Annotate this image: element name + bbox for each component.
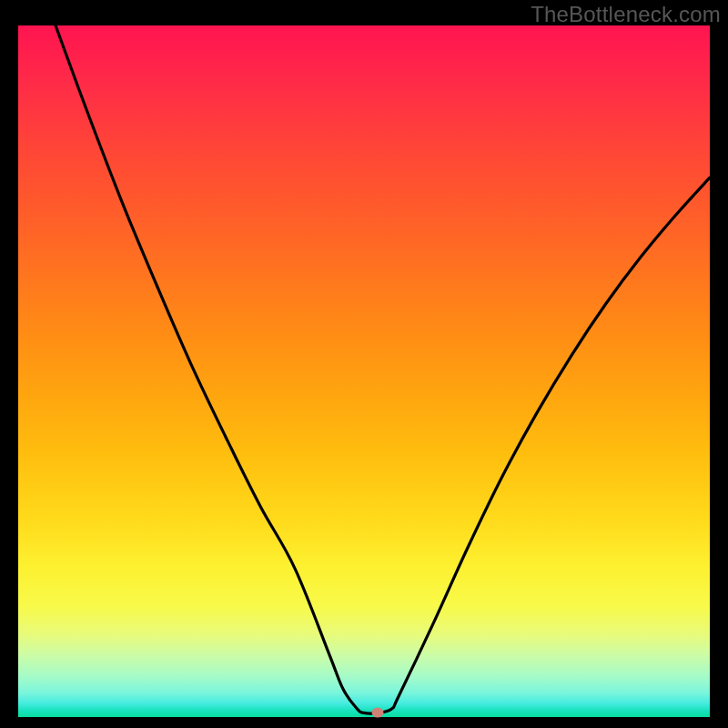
- optimal-point-marker: [372, 708, 384, 718]
- chart-frame: TheBottleneck.com: [0, 0, 728, 728]
- watermark-text: TheBottleneck.com: [531, 2, 721, 27]
- bottleneck-curve: [18, 25, 710, 717]
- plot-area: [18, 25, 710, 717]
